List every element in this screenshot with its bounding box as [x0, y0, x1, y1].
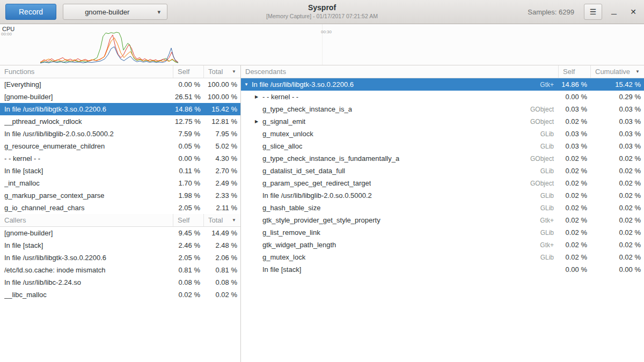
- self-percent: 0.02 %: [558, 228, 590, 237]
- functions-row[interactable]: [gnome-builder]26.51 %100.00 %: [0, 91, 240, 103]
- descendants-column-header-descendants[interactable]: Descendants: [241, 65, 558, 78]
- library-badge: GLib: [534, 167, 554, 175]
- name-cell: [Everything]: [0, 80, 173, 88]
- descendants-row[interactable]: g_type_check_instance_is_fundamentally_a…: [241, 152, 644, 165]
- callers-row[interactable]: /etc/ld.so.cache: inode mismatch0.81 %0.…: [0, 264, 240, 276]
- function-name: - - kernel - -: [262, 93, 298, 101]
- descendants-row[interactable]: g_param_spec_get_redirect_targetGObject0…: [241, 177, 644, 189]
- callers-column-header-total[interactable]: Total▼: [203, 214, 240, 226]
- name-cell: __pthread_rwlock_rdlock: [0, 117, 173, 125]
- functions-row[interactable]: g_resource_enumerate_children0.05 %5.02 …: [0, 140, 240, 152]
- total-percent: 12.81 %: [203, 117, 240, 125]
- process-selector[interactable]: gnome-builder ▾: [63, 4, 167, 20]
- callers-row[interactable]: [gnome-builder]9.45 %14.49 %: [0, 227, 240, 239]
- callers-row[interactable]: In file [stack]2.46 %2.48 %: [0, 239, 240, 252]
- library-badge: GLib: [534, 192, 554, 200]
- descendants-column-header-self[interactable]: Self: [558, 65, 590, 78]
- total-percent: 0.03 %: [590, 130, 644, 138]
- column-label: Total: [208, 216, 223, 224]
- descendants-row[interactable]: g_hash_table_sizeGLib0.02 %0.02 %: [241, 202, 644, 214]
- self-percent: 0.02 %: [558, 117, 590, 125]
- function-name: In file /usr/lib/libc-2.24.so: [4, 278, 81, 286]
- function-name: g_hash_table_size: [262, 204, 320, 212]
- callers-header-row: CallersSelfTotal▼: [0, 214, 240, 227]
- self-percent: 7.59 %: [173, 130, 203, 138]
- functions-row[interactable]: In file /usr/lib/libglib-2.0.so.0.5000.2…: [0, 128, 240, 140]
- function-name: g_type_check_instance_is_a: [262, 105, 352, 113]
- column-label: Cumulative: [595, 68, 630, 76]
- callers-column-header-self[interactable]: Self: [173, 214, 203, 226]
- library-badge: Gtk+: [533, 217, 554, 224]
- total-percent: 0.02 %: [590, 204, 644, 212]
- callers-row[interactable]: In file /usr/lib/libgtk-3.so.0.2200.62.0…: [0, 252, 240, 264]
- functions-row[interactable]: In file /usr/lib/libgtk-3.so.0.2200.614.…: [0, 103, 240, 115]
- callers-table: CallersSelfTotal▼[gnome-builder]9.45 %14…: [0, 214, 240, 301]
- menu-button[interactable]: ☰: [584, 4, 602, 20]
- library-badge: GObject: [524, 106, 554, 113]
- expander-closed-icon[interactable]: ▶: [255, 94, 262, 99]
- descendants-row[interactable]: g_slice_allocGLib0.03 %0.03 %: [241, 140, 644, 152]
- functions-row[interactable]: g_markup_parse_context_parse1.98 %2.33 %: [0, 189, 240, 202]
- name-cell: In file /usr/lib/libgtk-3.so.0.2200.6: [0, 254, 173, 262]
- self-percent: 14.86 %: [558, 80, 590, 88]
- descendants-row[interactable]: ▼In file /usr/lib/libgtk-3.so.0.2200.6Gt…: [241, 78, 644, 91]
- function-name: g_slice_alloc: [262, 142, 302, 150]
- self-percent: 0.00 %: [558, 93, 590, 101]
- descendants-table: DescendantsSelfCumulative▼▼In file /usr/…: [241, 65, 644, 276]
- descendants-row[interactable]: g_list_remove_linkGLib0.02 %0.02 %: [241, 226, 644, 239]
- column-label: Callers: [4, 216, 26, 224]
- functions-row[interactable]: __pthread_rwlock_rdlock12.75 %12.81 %: [0, 115, 240, 128]
- descendants-row[interactable]: g_type_check_instance_is_aGObject0.03 %0…: [241, 103, 644, 115]
- descendants-row[interactable]: In file [stack]0.00 %0.00 %: [241, 263, 644, 276]
- function-name: [gnome-builder]: [4, 229, 53, 237]
- close-button[interactable]: ✕: [626, 4, 641, 19]
- total-percent: 0.02 %: [590, 167, 644, 175]
- functions-header-row: FunctionsSelfTotal▼: [0, 65, 240, 78]
- functions-row[interactable]: g_io_channel_read_chars2.05 %2.11 %: [0, 202, 240, 214]
- callers-column-header-callers[interactable]: Callers: [0, 214, 173, 226]
- cpu-graph[interactable]: CPU 00:00 00:30: [0, 24, 644, 65]
- expander-open-icon[interactable]: ▼: [244, 82, 252, 87]
- callers-row[interactable]: __libc_malloc0.02 %0.02 %: [0, 289, 240, 301]
- total-percent: 0.02 %: [590, 253, 644, 261]
- self-percent: 9.45 %: [173, 229, 203, 237]
- functions-column-header-total[interactable]: Total▼: [203, 65, 240, 78]
- total-percent: 0.00 %: [590, 265, 644, 274]
- self-percent: 0.02 %: [558, 154, 590, 162]
- functions-row[interactable]: _int_malloc1.70 %2.49 %: [0, 177, 240, 189]
- descendants-row[interactable]: g_mutex_unlockGLib0.03 %0.03 %: [241, 128, 644, 140]
- minimize-icon: ─: [611, 10, 617, 18]
- functions-row[interactable]: [Everything]0.00 %100.00 %: [0, 78, 240, 91]
- callers-row[interactable]: In file /usr/lib/libc-2.24.so0.08 %0.08 …: [0, 276, 240, 289]
- function-name: [Everything]: [4, 80, 41, 88]
- self-percent: 0.02 %: [558, 253, 590, 261]
- name-cell: g_datalist_id_set_data_fullGLib: [241, 167, 558, 175]
- descendants-row[interactable]: gtk_widget_path_lengthGtk+0.02 %0.02 %: [241, 239, 644, 251]
- descendants-row[interactable]: ▶- - kernel - -0.00 %0.29 %: [241, 91, 644, 103]
- sort-indicator-icon: ▼: [632, 69, 640, 74]
- minimize-button[interactable]: ─: [606, 4, 621, 19]
- function-name: g_signal_emit: [262, 117, 305, 125]
- name-cell: g_list_remove_linkGLib: [241, 228, 558, 237]
- functions-column-header-functions[interactable]: Functions: [0, 65, 173, 78]
- functions-row[interactable]: In file [stack]0.11 %2.70 %: [0, 165, 240, 177]
- self-percent: 0.02 %: [558, 241, 590, 249]
- functions-column-header-self[interactable]: Self: [173, 65, 203, 78]
- descendants-row[interactable]: ▶g_signal_emitGObject0.02 %0.03 %: [241, 115, 644, 128]
- descendants-row[interactable]: In file /usr/lib/libglib-2.0.so.0.5000.2…: [241, 189, 644, 202]
- descendants-row[interactable]: g_datalist_id_set_data_fullGLib0.02 %0.0…: [241, 165, 644, 177]
- descendants-row[interactable]: gtk_style_provider_get_style_propertyGtk…: [241, 214, 644, 226]
- descendants-row[interactable]: g_mutex_lockGLib0.02 %0.02 %: [241, 251, 644, 263]
- function-name: gtk_widget_path_length: [262, 241, 336, 249]
- functions-row[interactable]: - - kernel - -0.00 %4.30 %: [0, 152, 240, 165]
- library-badge: GObject: [524, 155, 554, 162]
- descendants-column-header-cumulative[interactable]: Cumulative▼: [590, 65, 644, 78]
- library-badge: GLib: [534, 204, 554, 212]
- expander-closed-icon[interactable]: ▶: [255, 119, 262, 124]
- column-label: Self: [178, 68, 189, 76]
- function-name: In file /usr/lib/libgtk-3.so.0.2200.6: [4, 254, 106, 262]
- record-button[interactable]: Record: [5, 4, 56, 20]
- total-percent: 0.02 %: [203, 291, 240, 299]
- column-label: Self: [178, 216, 189, 224]
- total-percent: 7.95 %: [203, 130, 240, 138]
